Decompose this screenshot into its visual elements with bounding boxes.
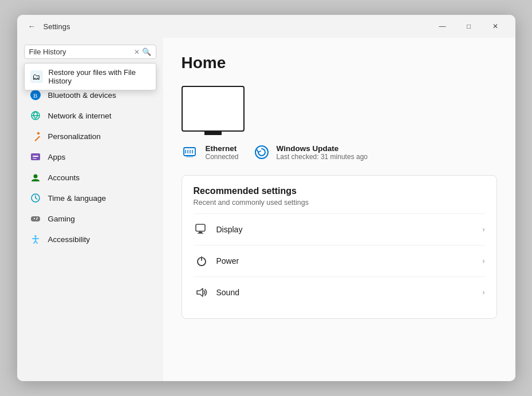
svg-point-20	[36, 219, 37, 220]
sidebar: ✕ 🔍 🗂 Restore your files with File Histo…	[17, 38, 163, 381]
file-history-icon: 🗂	[30, 70, 43, 83]
svg-rect-34	[199, 232, 202, 233]
search-suggestion-item[interactable]: 🗂 Restore your files with File History	[25, 64, 156, 90]
main-content: Home	[163, 38, 515, 381]
svg-rect-12	[33, 156, 38, 157]
svg-rect-35	[198, 233, 203, 233]
bluetooth-label: Bluetooth & devices	[48, 91, 116, 100]
svg-rect-33	[196, 224, 205, 231]
titlebar: ← Settings — □ ✕	[17, 15, 515, 38]
back-button[interactable]: ←	[24, 18, 40, 34]
minimize-button[interactable]: —	[429, 17, 456, 35]
svg-rect-16	[31, 216, 40, 221]
svg-point-21	[34, 235, 37, 237]
svg-rect-9	[34, 136, 40, 141]
svg-point-19	[37, 217, 38, 219]
search-clear-button[interactable]: ✕	[134, 48, 140, 56]
power-setting-item[interactable]: Power ›	[194, 245, 485, 276]
svg-point-32	[255, 146, 268, 159]
status-cards: Ethernet Connected Windows Update	[182, 143, 497, 161]
power-label: Power	[216, 256, 483, 266]
gaming-icon	[30, 213, 41, 224]
windows-update-info: Windows Update Last checked: 31 minutes …	[277, 144, 368, 161]
windows-update-card[interactable]: Windows Update Last checked: 31 minutes …	[253, 143, 368, 161]
sound-icon	[194, 284, 210, 300]
window-controls: — □ ✕	[429, 17, 509, 35]
content-area: ✕ 🔍 🗂 Restore your files with File Histo…	[17, 38, 515, 381]
display-icon	[194, 221, 210, 237]
bluetooth-icon: B	[30, 89, 41, 101]
display-setting-item[interactable]: Display ›	[194, 213, 485, 245]
maximize-button[interactable]: □	[456, 17, 482, 35]
sidebar-item-accessibility[interactable]: Accessibility	[21, 229, 160, 249]
sidebar-item-gaming[interactable]: Gaming	[21, 209, 160, 228]
svg-text:B: B	[33, 92, 37, 99]
network-label: Network & internet	[48, 112, 112, 120]
sidebar-item-time[interactable]: Time & language	[21, 188, 160, 208]
apps-icon	[30, 151, 41, 163]
gaming-label: Gaming	[48, 215, 75, 223]
sound-setting-item[interactable]: Sound ›	[194, 276, 485, 308]
ethernet-card[interactable]: Ethernet Connected	[182, 143, 239, 161]
sidebar-item-apps[interactable]: Apps	[21, 147, 160, 167]
pc-preview-area	[182, 86, 497, 132]
search-dropdown: 🗂 Restore your files with File History	[24, 63, 156, 90]
settings-window: ← Settings — □ ✕ ✕ 🔍	[17, 15, 515, 381]
sidebar-item-accounts[interactable]: Accounts	[21, 168, 160, 187]
recommended-subtitle: Recent and commonly used settings	[194, 199, 485, 207]
apps-label: Apps	[48, 153, 66, 161]
sound-chevron: ›	[483, 288, 485, 296]
ethernet-title: Ethernet	[206, 144, 239, 153]
display-label: Display	[216, 225, 483, 234]
accessibility-icon	[30, 233, 41, 245]
recommended-section: Recommended settings Recent and commonly…	[182, 175, 497, 319]
svg-line-25	[36, 241, 37, 243]
update-title: Windows Update	[277, 144, 368, 153]
monitor-preview	[182, 86, 245, 132]
suggestion-icon: 🗂	[30, 70, 43, 83]
power-icon	[194, 253, 210, 269]
search-box: ✕ 🔍	[24, 45, 156, 59]
svg-rect-27	[186, 156, 193, 157]
ethernet-subtitle: Connected	[206, 153, 239, 161]
svg-marker-38	[197, 288, 203, 296]
network-icon	[30, 110, 41, 121]
svg-rect-10	[37, 132, 40, 135]
personalization-label: Personalization	[48, 132, 101, 141]
search-input[interactable]	[29, 47, 134, 56]
sidebar-item-network[interactable]: Network & internet	[21, 106, 160, 125]
update-subtitle: Last checked: 31 minutes ago	[277, 153, 368, 161]
accessibility-label: Accessibility	[48, 235, 90, 244]
suggestion-text: Restore your files with File History	[49, 68, 150, 85]
time-icon	[30, 192, 41, 204]
svg-point-14	[33, 175, 37, 179]
ethernet-icon	[182, 143, 200, 161]
sidebar-item-personalization[interactable]: Personalization	[21, 126, 160, 146]
windows-update-icon	[253, 143, 271, 161]
accounts-label: Accounts	[48, 173, 80, 182]
ethernet-info: Ethernet Connected	[206, 144, 239, 161]
search-icon[interactable]: 🔍	[142, 47, 151, 56]
accounts-icon	[30, 172, 41, 183]
display-chevron: ›	[483, 225, 485, 233]
power-chevron: ›	[483, 257, 485, 265]
window-title: Settings	[44, 22, 70, 31]
svg-rect-13	[33, 158, 37, 159]
time-label: Time & language	[48, 194, 107, 203]
recommended-title: Recommended settings	[194, 186, 485, 196]
close-button[interactable]: ✕	[482, 17, 509, 35]
sound-label: Sound	[216, 288, 483, 297]
personalization-icon	[30, 130, 41, 142]
page-title: Home	[182, 54, 497, 72]
svg-text:🗂: 🗂	[32, 72, 40, 81]
